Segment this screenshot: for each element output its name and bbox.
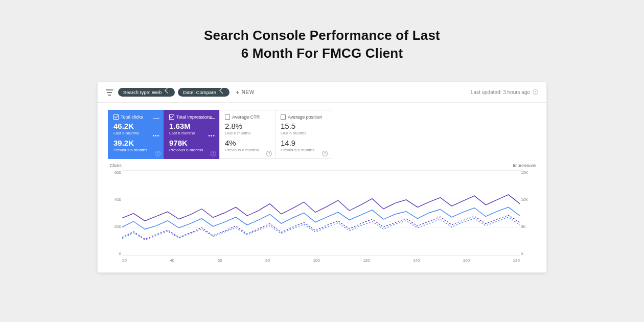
- tile-value-prev: 39.2K: [113, 139, 158, 147]
- last-updated: Last updated: 3 hours ago ?: [471, 89, 538, 95]
- tile-sublabel: Last 6 months: [281, 131, 326, 135]
- tile-value-prev: 14.9: [281, 139, 326, 147]
- tile-value-prev: 4%: [225, 139, 270, 147]
- chip-search-type-label: Search type: Web: [123, 89, 162, 95]
- tile-sublabel-prev: Previous 6 months: [225, 148, 270, 152]
- collapse-icon: —: [209, 114, 215, 122]
- y-tick: 0: [108, 251, 121, 256]
- pencil-icon: [165, 90, 170, 95]
- y-axis-right-title: Impressions: [513, 163, 536, 168]
- tile-sublabel: Last 6 months: [113, 131, 158, 135]
- more-icon: •••: [152, 133, 159, 139]
- collapse-icon: —: [153, 114, 159, 122]
- filter-bar: Search type: Web Date: Compare + NEW Las…: [98, 82, 546, 103]
- checkbox-unchecked-icon: [225, 114, 230, 120]
- y-tick: 400: [108, 197, 121, 202]
- chip-search-type[interactable]: Search type: Web: [118, 88, 175, 97]
- tile-sublabel-prev: Previous 6 months: [281, 148, 326, 152]
- tile-value: 46.2K: [113, 122, 158, 130]
- add-filter-button[interactable]: + NEW: [236, 89, 255, 95]
- title-line-1: Search Console Performance of Last: [0, 27, 644, 44]
- checkbox-unchecked-icon: [281, 114, 286, 120]
- more-icon: •••: [208, 133, 215, 139]
- metric-tiles: Total clicks 46.2K Last 6 months 39.2K P…: [98, 103, 546, 163]
- tile-value: 15.5: [281, 122, 326, 130]
- tile-average-position[interactable]: Average position 15.5 Last 6 months 14.9…: [275, 110, 331, 159]
- filter-icon[interactable]: [106, 89, 113, 96]
- y-tick: 15K: [521, 170, 536, 175]
- x-tick: 140: [413, 258, 420, 265]
- x-axis: 20 40 60 80 100 120 140 160 180: [122, 258, 520, 265]
- plot-area: [122, 170, 520, 256]
- y-axis-left-title: Clicks: [110, 163, 122, 168]
- y-axis-right: 15K 10K 5K 0: [521, 170, 536, 256]
- chip-date-label: Date: Compare: [183, 89, 216, 95]
- help-icon[interactable]: ?: [155, 151, 160, 156]
- tile-sublabel: Last 6 months: [169, 131, 214, 135]
- last-updated-label: Last updated: 3 hours ago: [471, 89, 530, 95]
- chip-date-compare[interactable]: Date: Compare: [178, 88, 229, 97]
- chart-lines: [122, 170, 520, 256]
- y-tick: 0: [521, 251, 536, 256]
- tile-value: 2.8%: [225, 122, 270, 130]
- checkbox-checked-icon: [169, 114, 174, 120]
- tile-total-clicks[interactable]: Total clicks 46.2K Last 6 months 39.2K P…: [108, 110, 164, 159]
- tile-sublabel-prev: Previous 6 months: [113, 148, 158, 152]
- help-icon[interactable]: ?: [266, 151, 272, 156]
- x-tick: 40: [170, 258, 174, 265]
- performance-chart: Clicks Impressions 600 400 200 0 15K 10K…: [108, 165, 536, 267]
- y-axis-left: 600 400 200 0: [108, 170, 121, 256]
- tile-total-impressions[interactable]: Total impressions 1.63M Last 6 months 97…: [164, 110, 220, 159]
- tile-sublabel-prev: Previous 6 months: [169, 148, 214, 152]
- plus-icon: +: [236, 90, 240, 95]
- page-title: Search Console Performance of Last 6 Mon…: [0, 0, 644, 62]
- y-tick: 10K: [521, 197, 536, 202]
- y-tick: 600: [108, 170, 121, 175]
- tile-title-text: Average position: [288, 114, 322, 120]
- y-tick: 200: [108, 224, 121, 229]
- x-tick: 100: [313, 258, 319, 265]
- x-tick: 20: [122, 258, 127, 265]
- help-icon[interactable]: ?: [533, 89, 538, 95]
- tile-title-text: Total clicks: [121, 114, 143, 120]
- tile-average-ctr[interactable]: Average CTR 2.8% Last 6 months 4% Previo…: [219, 110, 275, 159]
- title-line-2: 6 Month For FMCG Client: [0, 44, 644, 62]
- tile-title-text: Average CTR: [232, 114, 260, 120]
- tile-sublabel: Last 6 months: [225, 131, 270, 135]
- y-tick: 5K: [521, 224, 536, 229]
- x-tick: 160: [463, 258, 470, 265]
- x-tick: 180: [513, 258, 520, 265]
- pencil-icon: [219, 90, 224, 95]
- help-icon[interactable]: ?: [322, 151, 328, 156]
- x-tick: 80: [265, 258, 270, 265]
- search-console-panel: Search type: Web Date: Compare + NEW Las…: [97, 82, 547, 273]
- x-tick: 120: [363, 258, 370, 265]
- x-tick: 60: [218, 258, 222, 265]
- tile-value-prev: 978K: [169, 139, 214, 147]
- checkbox-checked-icon: [113, 114, 119, 120]
- tile-value: 1.63M: [169, 122, 214, 130]
- new-label: NEW: [242, 89, 255, 95]
- tile-title-text: Total impressions: [176, 114, 212, 120]
- help-icon[interactable]: ?: [211, 151, 216, 156]
